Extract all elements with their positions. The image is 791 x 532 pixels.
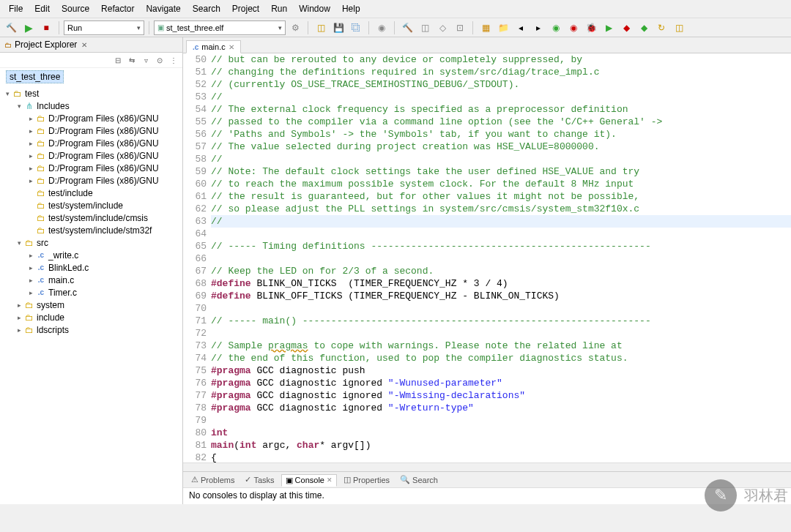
twisty-icon[interactable]: ▸ [26,140,35,147]
twisty-icon[interactable]: ▾ [15,239,23,247]
nav-back-icon[interactable]: ◂ [513,20,529,36]
twisty-icon[interactable]: ▸ [26,115,35,122]
tree-item[interactable]: ▸.cTimer.c [0,286,182,299]
twisty-icon[interactable]: ▸ [26,277,35,284]
gear-icon[interactable]: ⚙ [287,20,303,36]
menu-search[interactable]: Search [188,2,225,15]
code-line[interactable]: #pragma GCC diagnostic ignored "-Wmissin… [211,389,791,402]
skip-breakpoints-icon[interactable]: ◉ [374,20,390,36]
tree-item[interactable]: 🗀test/system/include/cmsis [0,211,182,224]
grid-icon[interactable]: ▦ [478,20,494,36]
code-line[interactable]: // to reach the maximum possible system … [211,178,791,190]
run-mode-combo[interactable]: Run ▾ [64,20,144,35]
menu-project[interactable]: Project [228,2,264,15]
project-tree[interactable]: ▾🗀test▾⋔Includes▸🗀D:/Program Files (x86)… [0,86,182,504]
link-icon[interactable]: ◇ [434,20,450,36]
bottom-tab-console[interactable]: ▣Console✕ [281,474,337,487]
code-line[interactable]: // [211,215,791,228]
code-line[interactable]: #pragma GCC diagnostic ignored "-Wunused… [211,377,791,389]
code-line[interactable] [211,302,791,315]
run-last-icon[interactable]: ▶ [601,20,617,36]
code-line[interactable]: // 'Paths and Symbols' -> the 'Symbols' … [211,128,791,141]
twisty-icon[interactable]: ▸ [15,301,23,309]
tree-item[interactable]: ▸🗀D:/Program Files (x86)/GNU [0,112,182,124]
tree-item[interactable]: ▸.c_write.c [0,249,182,261]
bottom-tab-tasks[interactable]: ✓Tasks [241,474,278,485]
tree-item[interactable]: 🗀test/include [0,187,182,199]
twisty-icon[interactable]: ▸ [26,289,35,296]
tree-item[interactable]: ▸🗀D:/Program Files (x86)/GNU [0,174,182,187]
code-line[interactable] [211,327,791,340]
menu-run[interactable]: Run [267,2,291,15]
twisty-icon[interactable]: ▾ [3,90,12,97]
tree-item[interactable]: ▸🗀D:/Program Files (x86)/GNU [0,149,182,162]
stop-icon[interactable]: ■ [38,20,54,36]
code-line[interactable]: // Keep the LED on for 2/3 of a second. [211,265,791,277]
twisty-icon[interactable]: ▸ [26,252,35,259]
refresh-icon[interactable]: ↻ [653,20,669,36]
bottom-tab-problems[interactable]: ⚠Problems [187,474,238,485]
twisty-icon[interactable]: ▸ [26,177,35,184]
horizontal-scrollbar[interactable] [183,462,791,471]
tree-item[interactable]: ▸🗀D:/Program Files (x86)/GNU [0,124,182,137]
tree-item[interactable]: ▸🗀D:/Program Files (x86)/GNU [0,137,182,149]
code-line[interactable]: #pragma GCC diagnostic ignored "-Wreturn… [211,402,791,414]
menu-source[interactable]: Source [57,2,94,15]
external-tools-icon[interactable]: ◆ [618,20,634,36]
stop-all-icon[interactable]: ◫ [671,20,687,36]
code-line[interactable]: // Sample pragmas to cope with warnings.… [211,340,791,352]
bottom-tab-search[interactable]: 🔍Search [396,474,442,485]
twisty-icon[interactable]: ▸ [15,314,23,321]
twisty-icon[interactable]: ▸ [26,127,35,135]
nav-fwd-icon[interactable]: ▸ [530,20,546,36]
tree-item[interactable]: ▾🗀src [0,236,182,249]
new-icon[interactable]: ◫ [313,20,329,36]
tree-item[interactable]: ▸.cBlinkLed.c [0,261,182,274]
twisty-icon[interactable]: ▸ [26,152,35,160]
code-line[interactable]: // (currently OS_USE_TRACE_SEMIHOSTING_D… [211,78,791,91]
close-icon[interactable]: ✕ [327,476,333,484]
editor-tab-main-c[interactable]: .c main.c ✕ [186,40,241,53]
tree-item[interactable]: ▾🗀test [0,87,182,100]
code-line[interactable]: // [211,91,791,103]
debug-icon[interactable]: 🐞 [583,20,599,36]
save-icon[interactable]: 💾 [330,20,346,36]
tree-item[interactable]: ▸🗀D:/Program Files (x86)/GNU [0,162,182,174]
link-editor-icon[interactable]: ⇆ [126,54,138,66]
open-element-icon[interactable]: ⊡ [452,20,468,36]
code-line[interactable] [211,228,791,240]
folder-nav-icon[interactable]: 📁 [495,20,511,36]
code-line[interactable]: // passed to the compiler via a command … [211,116,791,128]
tree-item[interactable]: ▸🗀include [0,311,182,323]
filter-icon[interactable]: ▿ [140,54,152,66]
code-line[interactable]: // Note: The default clock settings take… [211,165,791,178]
code-line[interactable]: // so please adjust the PLL settings in … [211,203,791,215]
close-icon[interactable]: ✕ [81,41,87,49]
twisty-icon[interactable]: ▸ [26,264,35,271]
tree-item[interactable]: ▸.cmain.c [0,274,182,286]
code-line[interactable]: { [211,452,791,462]
build-target-icon[interactable]: 🔨 [399,20,415,36]
code-line[interactable]: main(int argc, char* argv[]) [211,439,791,452]
twisty-icon[interactable]: ▸ [26,165,35,172]
tree-item[interactable]: ▾⋔Includes [0,100,182,112]
collapse-all-icon[interactable]: ⊟ [112,54,124,66]
code-line[interactable]: // ----- Timing definitions ------------… [211,240,791,252]
code-line[interactable]: #pragma GCC diagnostic push [211,364,791,377]
launch-config-combo[interactable]: ▣ st_test_three.elf ▾ [154,20,286,35]
menu-refactor[interactable]: Refactor [97,2,138,15]
code-line[interactable]: // the end of this function, used to pop… [211,352,791,364]
code-line[interactable]: // The external clock frequency is speci… [211,103,791,116]
tree-item[interactable]: ▸🗀ldscripts [0,323,182,336]
toolbox-icon[interactable]: ◫ [417,20,433,36]
coverage-icon[interactable]: ◉ [565,20,582,36]
profile-icon[interactable]: ◉ [548,20,564,36]
code-line[interactable]: #define BLINK_OFF_TICKS (TIMER_FREQUENCY… [211,290,791,302]
focus-icon[interactable]: ⊙ [154,54,166,66]
code-line[interactable]: // the result is guaranteed, but for oth… [211,190,791,203]
launch-group-icon[interactable]: ◆ [636,20,652,36]
code-line[interactable]: // The value selected during project cre… [211,141,791,153]
menu-edit[interactable]: Edit [30,2,54,15]
tree-item[interactable]: ▸🗀system [0,299,182,311]
code-line[interactable] [211,414,791,427]
